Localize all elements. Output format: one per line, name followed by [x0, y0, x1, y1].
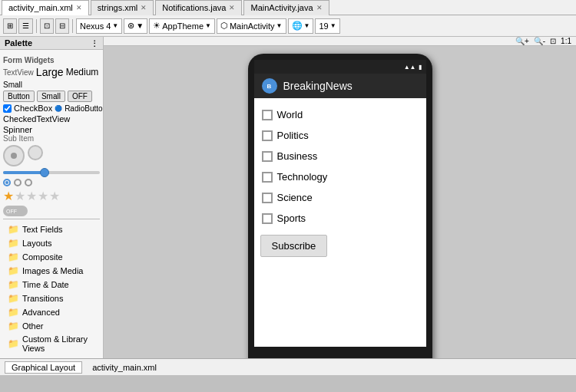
tab-close-icon[interactable]: ✕ — [141, 4, 147, 12]
checkbox-box — [262, 213, 273, 224]
checkbox-sports[interactable]: Sports — [260, 208, 420, 229]
rating-bar-widget[interactable]: ★ ★ ★ ★ ★ — [3, 189, 100, 203]
slider-widget[interactable] — [3, 171, 100, 174]
checkbox-box — [262, 110, 273, 120]
chevron-down-icon: ▼ — [276, 22, 283, 29]
folder-label: Layouts — [22, 239, 52, 248]
tab-activity-main-xml[interactable]: activity_main.xml — [85, 361, 164, 374]
star-5: ★ — [49, 189, 60, 203]
checkbox-widget-row: CheckBox 🔵 RadioButton — [3, 104, 100, 113]
zoom-fit-btn[interactable]: ⊡ — [548, 37, 558, 45]
checkbox-widget[interactable] — [3, 104, 12, 113]
tab-close-icon[interactable]: ✕ — [229, 4, 235, 12]
editor-tabs: activity_main.xml ✕ strings.xml ✕ Notifi… — [0, 0, 576, 15]
checkbox-world-label: World — [277, 109, 303, 120]
checkbox-business[interactable]: Business — [260, 146, 420, 166]
chevron-down-icon: ▼ — [205, 22, 211, 29]
tab-graphical-layout[interactable]: Graphical Layout — [5, 361, 82, 374]
checkbox-label: CheckBox — [14, 104, 52, 113]
main-toolbar: ⊞ ☰ ⊡ ⊟ Nexus 4 ▼ ⊛ ▼ ☀ AppTheme ▼ ⬡ Mai… — [0, 15, 576, 37]
spinner-inner — [11, 153, 17, 159]
toggle-off: OFF — [3, 206, 28, 216]
activity-selector[interactable]: ⬡ MainActivity ▼ — [217, 18, 286, 34]
toolbar-separator — [36, 19, 37, 33]
radio-unselected[interactable] — [14, 179, 22, 186]
toggle-widget[interactable]: OFF — [3, 206, 100, 216]
api-selector[interactable]: ⊛ ▼ — [124, 18, 147, 34]
radio-selected[interactable] — [3, 179, 11, 186]
activity-name: MainActivity — [230, 21, 275, 31]
section-divider — [3, 219, 100, 219]
home-btn[interactable]: ○ — [338, 356, 344, 358]
tab-strings[interactable]: strings.xml ✕ — [91, 0, 154, 15]
folder-icon: 📁 — [8, 224, 19, 235]
palette-content: Form Widgets TextView Large Medium Small… — [0, 50, 103, 358]
tab-close-icon[interactable]: ✕ — [76, 4, 82, 12]
folder-label: Advanced — [22, 308, 60, 317]
api-level: ⊛ — [127, 21, 134, 31]
folder-transitions[interactable]: 📁 Transitions — [3, 292, 100, 305]
folder-label: Other — [22, 321, 44, 331]
folder-layouts[interactable]: 📁 Layouts — [3, 236, 100, 250]
textview-small[interactable]: Small — [3, 81, 22, 89]
tab-activity-main[interactable]: activity_main.xml ✕ — [2, 0, 89, 15]
textview-medium[interactable]: Medium — [66, 67, 99, 77]
battery-icon: ▮ — [419, 64, 422, 71]
checkbox-world[interactable]: World — [260, 104, 420, 125]
folder-label: Custom & Library Views — [22, 334, 95, 353]
radio-unselected-2[interactable] — [25, 179, 32, 186]
checkbox-box — [262, 151, 273, 162]
zoom-out-btn[interactable]: 🔍- — [532, 37, 547, 45]
button-off-widget[interactable]: OFF — [68, 91, 92, 102]
zoom-in-btn[interactable]: 🔍+ — [514, 37, 531, 45]
subscribe-button[interactable]: Subscribe — [260, 235, 328, 257]
checkbox-technology[interactable]: Technology — [260, 166, 420, 187]
folder-other[interactable]: 📁 Other — [3, 319, 100, 333]
recents-btn[interactable]: □ — [394, 356, 400, 358]
device-selector[interactable]: Nexus 4 ▼ — [76, 18, 122, 34]
spinner-circles — [3, 145, 100, 166]
slider-thumb[interactable] — [40, 168, 49, 177]
spinner-circle-small — [28, 145, 43, 160]
button-small-widget[interactable]: Small — [37, 91, 65, 102]
star-2: ★ — [15, 189, 25, 203]
layout-view-btn[interactable]: ⊞ — [3, 18, 17, 34]
snap-btn[interactable]: ⊡ — [40, 18, 54, 34]
api-version-selector[interactable]: 19 ▼ — [315, 18, 339, 34]
folder-icon: 📁 — [8, 238, 19, 249]
tab-mainactivity[interactable]: MainActivity.java ✕ — [243, 0, 329, 15]
spinner-sub: Sub Item — [3, 134, 100, 143]
device-name: Nexus 4 — [80, 21, 111, 31]
theme-selector[interactable]: ☀ AppTheme ▼ — [149, 18, 215, 34]
folder-advanced[interactable]: 📁 Advanced — [3, 305, 100, 319]
tab-close-icon[interactable]: ✕ — [316, 4, 323, 12]
folder-text-fields[interactable]: 📁 Text Fields — [3, 222, 100, 236]
folder-images-media[interactable]: 📁 Images & Media — [3, 264, 100, 278]
checkbox-politics-label: Politics — [277, 130, 309, 141]
folder-time-date[interactable]: 📁 Time & Date — [3, 278, 100, 292]
palette-options-icon[interactable]: ⋮ — [91, 39, 98, 48]
folder-custom-library[interactable]: 📁 Custom & Library Views — [3, 333, 100, 354]
margin-btn[interactable]: ⊟ — [55, 18, 69, 34]
checkbox-sports-label: Sports — [277, 212, 306, 224]
folder-icon: 📁 — [8, 265, 19, 276]
status-icons: ▲▲ ▮ — [404, 64, 422, 71]
palette-panel: Palette ⋮ Form Widgets TextView Large Me… — [0, 37, 104, 358]
palette-title: Palette — [5, 38, 32, 48]
locale-selector[interactable]: 🌐 ▼ — [288, 18, 314, 34]
app-content: World Politics Business Technology — [254, 98, 426, 347]
back-btn[interactable]: ◁ — [279, 356, 287, 358]
button-widget[interactable]: Button — [3, 91, 35, 102]
slider-fill — [3, 171, 41, 174]
checkbox-science[interactable]: Science — [260, 187, 420, 208]
palette-header: Palette ⋮ — [0, 37, 103, 50]
folder-icon: 📁 — [8, 252, 19, 262]
folder-composite[interactable]: 📁 Composite — [3, 250, 100, 264]
spinner-circle-large — [3, 145, 25, 166]
structure-view-btn[interactable]: ☰ — [18, 18, 33, 34]
api-level-text: ▼ — [136, 21, 144, 30]
checkbox-politics[interactable]: Politics — [260, 125, 420, 146]
tab-notifications[interactable]: Notifications.java ✕ — [155, 0, 242, 15]
zoom-reset-btn[interactable]: 1:1 — [559, 37, 573, 45]
textview-large[interactable]: Large — [36, 66, 64, 78]
